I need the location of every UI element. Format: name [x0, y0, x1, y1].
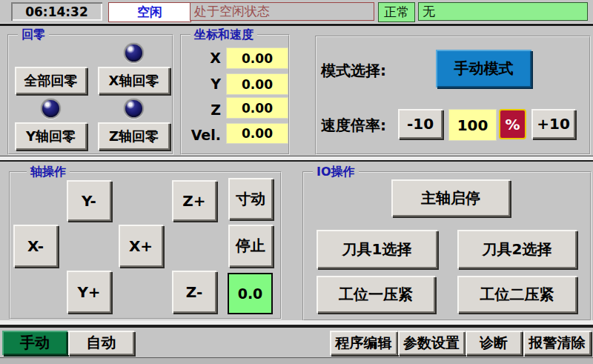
x-home-button[interactable]: X轴回零 [98, 67, 170, 94]
station2-clamp-button[interactable]: 工位二压紧 [457, 276, 577, 313]
axis-panel-title: 轴操作 [27, 165, 70, 179]
y-home-button[interactable]: Y轴回零 [15, 122, 87, 150]
mode-select-label: 模式选择: [321, 61, 386, 81]
coord-label-y: Y [185, 76, 221, 92]
tool1-select-button[interactable]: 刀具1选择 [317, 230, 437, 268]
x-plus-button[interactable]: X+ [119, 225, 163, 267]
z-plus-button[interactable]: Z+ [172, 180, 216, 221]
z-home-led [124, 99, 144, 119]
coord-panel-title: 坐标和速度 [191, 27, 257, 42]
stop-button[interactable]: 停止 [228, 225, 273, 267]
machine-state-badge: 空闲 [108, 2, 191, 22]
diagnosis-button[interactable]: 诊断 [466, 331, 522, 355]
x-minus-button[interactable]: X- [13, 225, 58, 267]
jog-step-display[interactable]: 0.0 [228, 273, 273, 314]
tool2-select-button[interactable]: 刀具2选择 [457, 230, 577, 268]
jog-button[interactable]: 寸动 [228, 178, 273, 219]
coord-value-z: 0.00 [226, 97, 288, 119]
speed-increase-button[interactable]: +10 [531, 109, 575, 139]
param-settings-button[interactable]: 参数设置 [398, 331, 465, 355]
y-plus-button[interactable]: Y+ [67, 271, 111, 313]
all-home-button[interactable]: 全部回零 [15, 67, 87, 94]
mid-divider-bottom-shadow [0, 160, 593, 162]
speed-value-display: 100 [448, 109, 497, 141]
z-home-button[interactable]: Z轴回零 [98, 122, 170, 150]
top-status-bar: 06:14:32 空闲 处于空闲状态 正常 无 [0, 0, 593, 23]
hmi-screen: 06:14:32 空闲 处于空闲状态 正常 无 回零 全部回零 X轴回零 Y轴回… [0, 0, 593, 364]
state-description: 处于空闲状态 [190, 2, 374, 21]
program-edit-button[interactable]: 程序编辑 [330, 331, 397, 355]
coord-label-z: Z [185, 102, 221, 118]
x-home-led [124, 43, 144, 63]
manual-mode-button[interactable]: 手动模式 [436, 50, 531, 87]
y-home-led [41, 99, 61, 119]
coord-value-y: 0.00 [226, 73, 288, 95]
bottom-edge-strip [0, 358, 593, 364]
topbar-divider-shadow [0, 24, 593, 26]
alarm-status-badge: 正常 [378, 2, 415, 22]
manual-tab-button[interactable]: 手动 [2, 331, 67, 355]
speed-override-label: 速度倍率: [321, 116, 386, 136]
home-panel-title: 回零 [18, 27, 49, 42]
coord-label-vel: Vel. [185, 127, 221, 143]
auto-tab-button[interactable]: 自动 [68, 331, 134, 355]
bottom-nav-bar: 手动 自动 程序编辑 参数设置 诊断 报警清除 [0, 328, 593, 364]
coord-value-x: 0.00 [226, 47, 288, 69]
y-minus-button[interactable]: Y- [67, 180, 111, 221]
spindle-toggle-button[interactable]: 主轴启停 [391, 179, 510, 216]
coord-label-x: X [185, 50, 221, 66]
speed-decrease-button[interactable]: -10 [398, 109, 443, 139]
station1-clamp-button[interactable]: 工位一压紧 [317, 276, 435, 313]
coord-value-vel: 0.00 [226, 123, 288, 144]
percent-unit-badge: % [499, 109, 526, 139]
alarm-message: 无 [418, 2, 588, 21]
alarm-clear-button[interactable]: 报警清除 [523, 331, 591, 355]
io-panel-title: IO操作 [313, 165, 359, 179]
clock-display: 06:14:32 [11, 2, 102, 21]
z-minus-button[interactable]: Z- [172, 271, 216, 313]
